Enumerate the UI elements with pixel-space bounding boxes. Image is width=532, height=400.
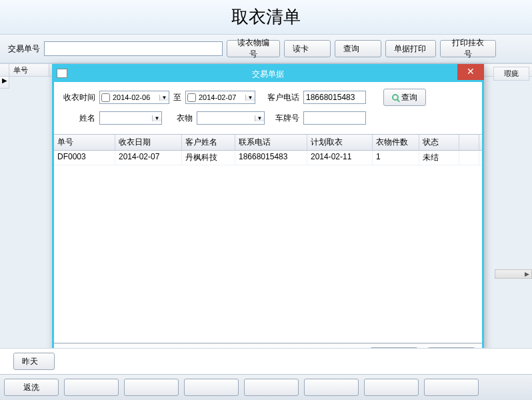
plate-input[interactable] [303, 111, 366, 125]
bottom-button-5[interactable] [244, 379, 299, 396]
phone-input[interactable] [303, 91, 366, 104]
cell-recv-date: 2014-02-07 [115, 151, 182, 165]
to-label: 至 [173, 92, 181, 103]
bottom-button-4[interactable] [184, 379, 239, 396]
date-to-picker[interactable]: ▼ [185, 91, 255, 104]
date-from-checkbox[interactable] [101, 93, 110, 102]
filter-panel: 收衣时间 ▼ 至 ▼ 客户电话 查询 姓名 ▼ [54, 82, 482, 134]
transaction-dialog: 交易单据 ✕ 收衣时间 ▼ 至 ▼ 客户电话 查询 姓 [52, 64, 484, 369]
result-grid: 单号 收衣日期 客户姓名 联系电话 计划取衣 衣物件数 状态 DF0003 20… [54, 134, 482, 343]
cloth-input[interactable] [197, 112, 255, 124]
dialog-search-button[interactable]: 查询 [383, 89, 426, 106]
col-extra[interactable] [459, 135, 479, 150]
col-status[interactable]: 状态 [419, 135, 459, 150]
date-from-picker[interactable]: ▼ [99, 91, 169, 104]
cell-bill-no: DF0003 [54, 151, 115, 165]
bottom-button-8[interactable] [424, 379, 479, 396]
date-to-input[interactable] [197, 91, 245, 103]
print-bill-button[interactable]: 单据打印 [385, 40, 436, 57]
h-scrollbar[interactable]: ▶ [495, 269, 532, 279]
name-label: 姓名 [59, 113, 95, 124]
col-cust-name[interactable]: 客户姓名 [182, 135, 235, 150]
date-from-input[interactable] [111, 91, 159, 103]
chevron-down-icon[interactable]: ▼ [255, 115, 264, 121]
dialog-title: 交易单据 [252, 69, 284, 79]
table-row[interactable]: DF0003 2014-02-07 丹枫科技 18668015483 2014-… [54, 151, 482, 165]
bottom-button-7[interactable] [364, 379, 419, 396]
bottom-button-6[interactable] [304, 379, 359, 396]
cell-plan-pick: 2014-02-11 [307, 151, 373, 165]
cell-cust-name: 丹枫科技 [182, 151, 235, 165]
print-tag-button[interactable]: 打印挂衣号 [440, 40, 496, 57]
cell-phone: 18668015483 [235, 151, 307, 165]
dialog-title-bar[interactable]: 交易单据 [54, 66, 482, 82]
cloth-label: 衣物 [166, 113, 193, 124]
bottom-button-3[interactable] [124, 379, 179, 396]
row-indicator[interactable]: ▶ [0, 77, 9, 89]
col-bill-no[interactable]: 单号 [54, 135, 115, 150]
bg-col-bill-no[interactable]: 单号 [9, 64, 49, 76]
recv-time-label: 收衣时间 [59, 92, 95, 103]
cell-status: 未结 [419, 151, 459, 165]
col-qty[interactable]: 衣物件数 [373, 135, 419, 150]
grid-body[interactable]: DF0003 2014-02-07 丹枫科技 18668015483 2014-… [54, 151, 482, 343]
bg-col-defect[interactable]: 瑕疵 [493, 67, 529, 81]
plate-label: 车牌号 [269, 113, 299, 124]
read-cloth-no-button[interactable]: 读衣物编号 [227, 40, 280, 57]
grid-header: 单号 收衣日期 客户姓名 联系电话 计划取衣 衣物件数 状态 [54, 135, 482, 151]
search-icon [392, 94, 399, 101]
chevron-down-icon[interactable]: ▼ [245, 95, 255, 101]
bottom-button-2[interactable] [64, 379, 119, 396]
bottom-area: 昨天 返洗 [0, 348, 532, 400]
cloth-combo[interactable]: ▼ [197, 111, 265, 125]
main-toolbar: 交易单号 读衣物编号 读卡 查询 单据打印 打印挂衣号 [0, 34, 532, 63]
bg-right-column: 瑕疵 [493, 67, 529, 81]
window-icon [57, 69, 67, 78]
trans-no-label: 交易单号 [8, 43, 40, 55]
col-plan-pick[interactable]: 计划取衣 [307, 135, 373, 150]
phone-label: 客户电话 [267, 92, 299, 103]
bottom-toolbar: 返洗 [0, 374, 532, 400]
yesterday-button[interactable]: 昨天 [13, 353, 55, 370]
page-title: 取衣清单 [0, 0, 532, 34]
cell-qty: 1 [373, 151, 419, 165]
trans-no-input[interactable] [44, 41, 223, 56]
close-button[interactable]: ✕ [457, 64, 484, 80]
col-phone[interactable]: 联系电话 [235, 135, 307, 150]
query-button[interactable]: 查询 [335, 40, 381, 57]
name-input[interactable] [100, 112, 152, 124]
chevron-down-icon[interactable]: ▼ [159, 95, 169, 101]
chevron-down-icon[interactable]: ▼ [152, 115, 161, 121]
col-recv-date[interactable]: 收衣日期 [115, 135, 182, 150]
read-card-button[interactable]: 读卡 [284, 40, 331, 57]
rewash-button[interactable]: 返洗 [4, 379, 59, 396]
name-combo[interactable]: ▼ [99, 111, 162, 125]
date-to-checkbox[interactable] [187, 93, 196, 102]
